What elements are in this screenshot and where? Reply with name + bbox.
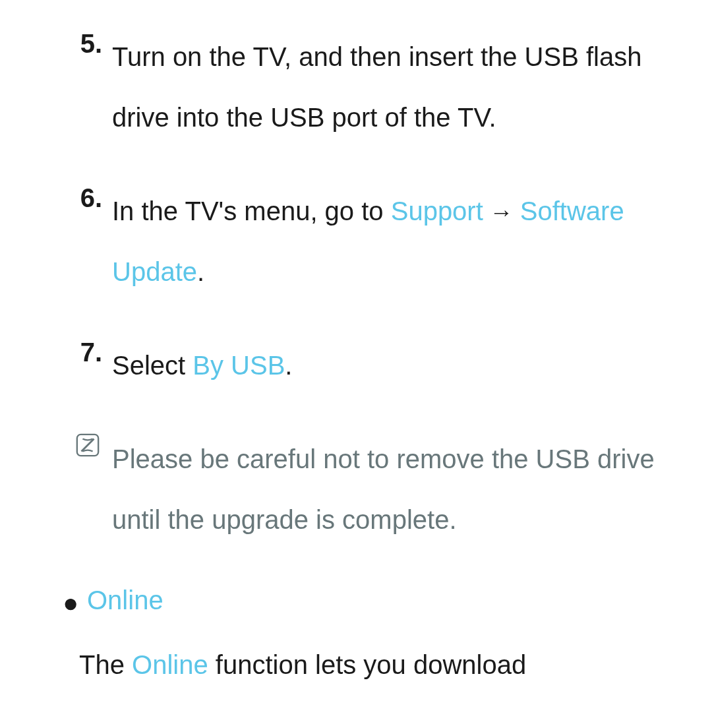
step-7: 7. Select By USB. bbox=[26, 335, 686, 396]
step-6: 6. In the TV's menu, go to Support → Sof… bbox=[26, 181, 686, 302]
note-icon bbox=[73, 429, 112, 460]
bullet-icon: ● bbox=[54, 583, 87, 620]
text-suffix: . bbox=[197, 257, 204, 286]
text-suffix: . bbox=[285, 351, 292, 380]
menu-link-support: Support bbox=[391, 197, 483, 226]
menu-link-by-usb: By USB bbox=[193, 351, 285, 380]
step-text: Turn on the TV, and then insert the USB … bbox=[112, 26, 686, 148]
note-text: Please be careful not to remove the USB … bbox=[112, 429, 686, 550]
bullet-label: Online bbox=[87, 583, 163, 617]
paragraph: The Online function lets you download bbox=[79, 648, 686, 682]
text-prefix: In the TV's menu, go to bbox=[112, 197, 391, 226]
bullet-online: ● Online bbox=[54, 583, 686, 620]
para-prefix: The bbox=[79, 650, 132, 679]
step-number: 7. bbox=[73, 335, 112, 369]
step-5: 5. Turn on the TV, and then insert the U… bbox=[26, 26, 686, 148]
arrow-icon: → bbox=[483, 198, 520, 226]
link-online: Online bbox=[132, 650, 208, 679]
text-prefix: Select bbox=[112, 351, 193, 380]
step-number: 6. bbox=[73, 181, 112, 215]
step-number: 5. bbox=[73, 26, 112, 61]
step-text: In the TV's menu, go to Support → Softwa… bbox=[112, 181, 686, 302]
para-suffix: function lets you download bbox=[208, 650, 527, 679]
step-text: Select By USB. bbox=[112, 335, 686, 396]
note: Please be careful not to remove the USB … bbox=[73, 429, 686, 550]
